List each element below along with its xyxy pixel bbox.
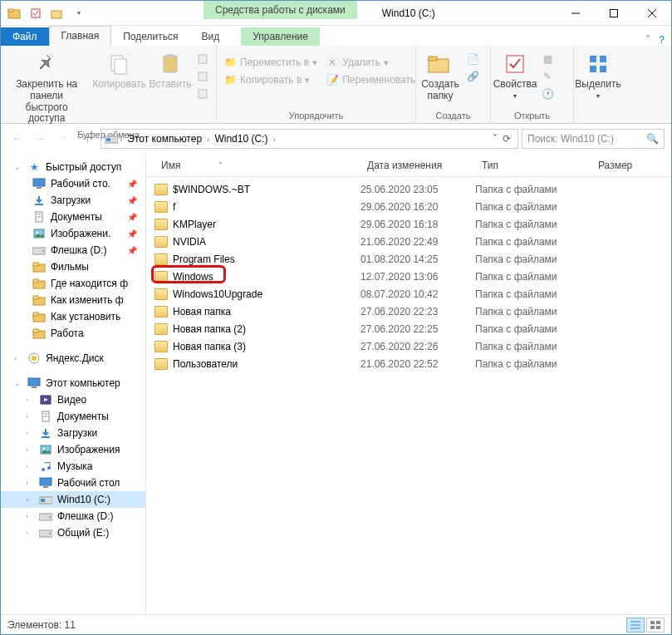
sidebar-item[interactable]: Изображени.📌	[1, 225, 145, 242]
new-sm2[interactable]: 🔗	[463, 68, 483, 85]
close-button[interactable]	[633, 1, 671, 25]
new-sm1[interactable]: 📄	[463, 51, 483, 67]
moveto-button[interactable]: 📁Переместить в ▾	[220, 54, 321, 71]
sidebar-item[interactable]: ›Флешка (D:)	[1, 508, 145, 524]
caret-icon: ›	[26, 445, 34, 454]
nav-yandex[interactable]: › Яндекс.Диск	[1, 350, 145, 367]
tab-manage[interactable]: Управление	[241, 27, 320, 46]
folder-icon	[32, 327, 46, 340]
organize-group-label: Упорядочить	[220, 109, 412, 123]
file-row[interactable]: Windows12.07.2020 13:06Папка с файлами	[146, 268, 671, 285]
drive-icon	[39, 509, 52, 523]
file-type: Папка с файлами	[475, 358, 591, 370]
file-row[interactable]: Новая папка (2)27.06.2020 22:25Папка с ф…	[146, 320, 671, 337]
nav-back-button[interactable]: ←	[7, 129, 27, 149]
tab-view[interactable]: Вид	[189, 27, 231, 46]
breadcrumb-caret[interactable]: ›	[207, 135, 209, 144]
properties-qat-icon[interactable]	[27, 5, 44, 22]
copyto-button[interactable]: 📁Копировать в ▾	[220, 71, 321, 88]
sidebar-item[interactable]: ›Общий (E:)	[1, 524, 145, 541]
select-button[interactable]: Выделить ▾	[577, 47, 619, 103]
help-icon[interactable]: ?	[659, 34, 665, 46]
tab-share[interactable]: Поделиться	[111, 27, 189, 46]
sidebar-item[interactable]: ›Видео	[1, 391, 145, 408]
col-type[interactable]: Тип	[475, 160, 591, 171]
ribbon-collapse-icon[interactable]: ˄	[645, 34, 650, 46]
titlebar: ▾ Средства работы с дисками Wind10 (C:)	[1, 1, 671, 26]
svg-rect-35	[33, 263, 38, 266]
nav-thispc[interactable]: ⌄ Этот компьютер	[1, 375, 145, 391]
svg-rect-37	[33, 279, 38, 283]
folder-icon	[6, 5, 22, 22]
view-icons-button[interactable]	[646, 618, 665, 633]
sidebar-item[interactable]: Фильмы	[1, 258, 145, 275]
address-field[interactable]: › Этот компьютер › Wind10 (C:) › ˅ ⟳	[101, 129, 518, 149]
sidebar-item[interactable]: ›Загрузки	[1, 425, 145, 441]
open-sm3[interactable]: 🕐	[537, 86, 557, 102]
file-row[interactable]: Новая папка27.06.2020 22:23Папка с файла…	[146, 303, 671, 320]
view-details-button[interactable]	[626, 618, 645, 633]
file-row[interactable]: Windows10Upgrade08.07.2020 10:42Папка с …	[146, 285, 671, 303]
newfolder-qat-icon[interactable]	[49, 5, 66, 22]
delete-button[interactable]: ✕Удалить ▾	[322, 54, 419, 71]
minimize-button[interactable]	[557, 1, 595, 25]
sidebar-item[interactable]: Флешка (D:)📌	[1, 242, 145, 258]
sidebar-item[interactable]: ›Документы	[1, 408, 145, 425]
file-row[interactable]: KMPlayer29.06.2020 16:18Папка с файлами	[146, 215, 671, 233]
open-sm1[interactable]: ▦	[537, 51, 557, 67]
nav-quickaccess[interactable]: ⌄ ★ Быстрый доступ	[1, 159, 145, 175]
breadcrumb-caret[interactable]: ›	[120, 135, 122, 144]
refresh-icon[interactable]: ⟳	[503, 133, 511, 145]
search-field[interactable]: Поиск: Wind10 (C:) 🔍	[522, 129, 665, 149]
breadcrumb-caret[interactable]: ›	[272, 135, 275, 144]
file-list[interactable]: $WINDOWS.~BT25.06.2020 23:05Папка с файл…	[146, 177, 671, 614]
addr-dropdown-icon[interactable]: ˅	[493, 133, 498, 145]
nav-forward-button[interactable]: →	[31, 129, 51, 149]
sidebar-item[interactable]: Рабочий сто.📌	[1, 175, 145, 192]
sidebar-item[interactable]: ›Изображения	[1, 441, 145, 458]
maximize-button[interactable]	[595, 1, 633, 25]
paste-button[interactable]: Вставить	[150, 47, 191, 94]
file-row[interactable]: f29.06.2020 16:20Папка с файлами	[146, 198, 671, 215]
col-name[interactable]: Имя˄	[155, 160, 361, 171]
sidebar-item[interactable]: Работа	[1, 325, 145, 342]
sidebar-item[interactable]: Документы📌	[1, 209, 145, 225]
sidebar-item[interactable]: Загрузки📌	[1, 192, 145, 209]
file-row[interactable]: Новая папка (3)27.06.2020 22:26Папка с ф…	[146, 337, 671, 355]
file-row[interactable]: Program Files01.08.2020 14:25Папка с фай…	[146, 250, 671, 268]
status-count-label: Элементов:	[7, 619, 61, 631]
breadcrumb-pc[interactable]: Этот компьютер	[124, 133, 205, 145]
col-date[interactable]: Дата изменения	[361, 160, 475, 171]
col-size[interactable]: Размер	[591, 160, 658, 171]
nav-recent-button[interactable]: ˅	[54, 129, 74, 149]
tab-file[interactable]: Файл	[1, 27, 49, 46]
open-sm2[interactable]: ✎	[537, 68, 557, 85]
copy-button[interactable]: Копировать	[91, 47, 148, 94]
nav-up-button[interactable]: ↑	[77, 129, 97, 149]
breadcrumb-drive[interactable]: Wind10 (C:)	[211, 133, 271, 145]
caret-icon: ⌄	[14, 163, 22, 171]
newfolder-button[interactable]: Создать папку	[419, 47, 461, 106]
pin-button[interactable]: Закрепить на панели быстрого доступа	[4, 47, 89, 128]
folder-icon	[155, 254, 168, 265]
clipboard-sm1[interactable]	[193, 51, 213, 67]
sidebar-item[interactable]: Где находится ф	[1, 275, 145, 292]
file-row[interactable]: Пользователи21.06.2020 22:52Папка с файл…	[146, 355, 671, 372]
sidebar-item[interactable]: Как изменить ф	[1, 292, 145, 308]
sidebar-item[interactable]: ›Wind10 (C:)	[1, 491, 145, 508]
rename-button[interactable]: 📝Переименовать	[322, 71, 419, 88]
sidebar-item[interactable]: Как установить	[1, 308, 145, 325]
music-icon	[39, 460, 52, 473]
moveto-icon: 📁	[223, 56, 237, 69]
clipboard-sm2[interactable]	[193, 68, 213, 85]
open-group-label: Открыть	[494, 109, 570, 123]
file-row[interactable]: $WINDOWS.~BT25.06.2020 23:05Папка с файл…	[146, 180, 671, 198]
sidebar-item[interactable]: ›Музыка	[1, 458, 145, 475]
tab-home[interactable]: Главная	[49, 26, 112, 46]
clipboard-sm3[interactable]	[193, 86, 213, 102]
properties-button[interactable]: Свойства ▾	[494, 47, 536, 103]
sidebar-item-label: Загрузки	[51, 194, 91, 206]
sidebar-item[interactable]: ›Рабочий стол	[1, 475, 145, 491]
qat-dropdown[interactable]: ▾	[71, 5, 87, 22]
file-row[interactable]: NVIDIA21.06.2020 22:49Папка с файлами	[146, 233, 671, 250]
